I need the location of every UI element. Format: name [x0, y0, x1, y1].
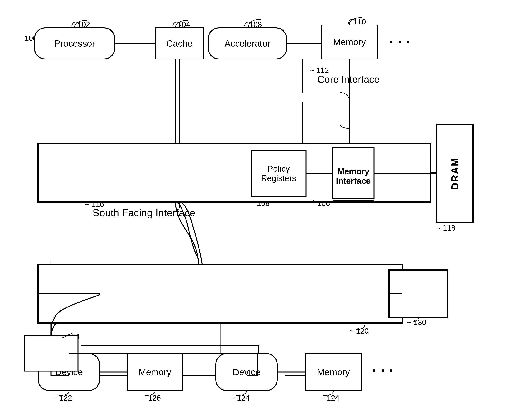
device1-node: Device — [38, 353, 100, 391]
ref-130: ~ 130 — [407, 318, 426, 327]
south-facing-label: South Facing Interface — [92, 207, 195, 219]
memory-interface-text: Memory Interface — [333, 152, 374, 201]
sram-node: SRAM — [389, 270, 446, 315]
accelerator-node: Accelerator — [208, 27, 287, 60]
ref-120: ~ 120 — [349, 327, 368, 335]
memory-bottom-right-node: Memory — [305, 353, 362, 391]
ref-124a: ~ 124 — [230, 394, 250, 402]
ref-122: ~ 122 — [53, 394, 72, 402]
memory-bottom-left-node: Memory — [127, 353, 183, 391]
policy-registers-text: PolicyRegisters — [252, 151, 305, 196]
svg-rect-39 — [38, 264, 402, 323]
ref-118: ~ 118 — [436, 224, 455, 232]
dots-bottom-right: . . . — [372, 358, 393, 375]
memory-top-right-node: Memory — [321, 25, 378, 60]
svg-rect-10 — [44, 264, 402, 323]
io-fabric-label: I/O Fabric — [100, 285, 145, 297]
memory-fabric-label: Memory Fabric — [100, 163, 168, 175]
ref-124b: ~ 124 — [320, 394, 339, 402]
ref-112: ~ 112 — [310, 66, 329, 75]
device2-node: Device — [215, 353, 278, 391]
cache-node: Cache — [155, 27, 204, 60]
ref-156: 156 — [257, 199, 270, 208]
core-interface-label: Core Interface — [317, 74, 380, 85]
ref-154: ~ 154 — [61, 332, 79, 341]
dram-text: DRAM — [437, 125, 473, 223]
processor-node: Processor — [34, 27, 115, 60]
ref-126: ~ 126 — [142, 394, 161, 402]
dots-top-right: . . . — [389, 29, 410, 47]
ref-116: ~ 116 — [85, 200, 104, 209]
ref-106: 106 — [317, 199, 330, 208]
